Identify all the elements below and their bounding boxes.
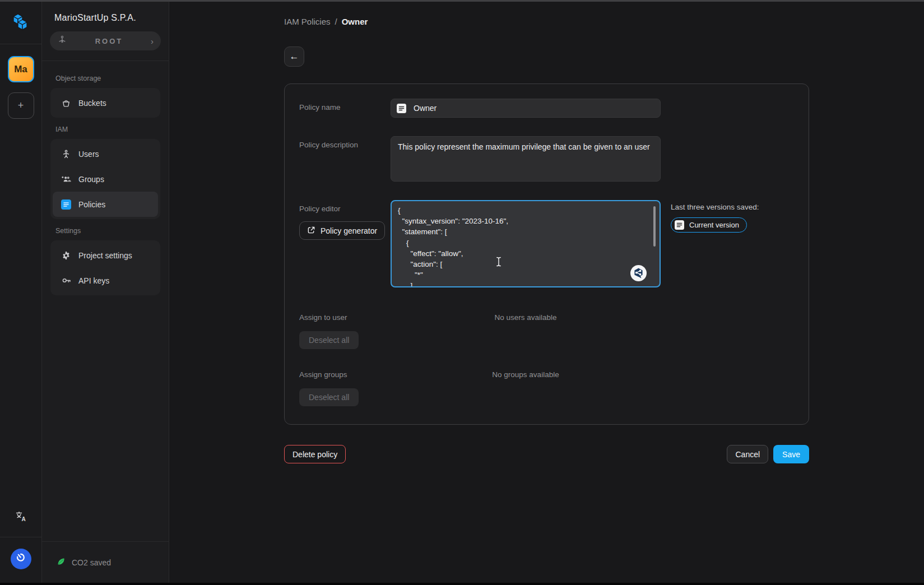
deselect-all-users-button[interactable]: Deselect all	[299, 331, 359, 349]
translate-icon: A	[15, 510, 27, 524]
sidebar-item-label: Policies	[78, 200, 105, 209]
editor-scrollbar[interactable]	[653, 206, 656, 247]
assign-groups-label: Assign groups	[299, 370, 391, 379]
policy-generator-label: Policy generator	[321, 226, 377, 235]
app-root: Ma + A	[0, 2, 924, 583]
policy-name-value: Owner	[414, 104, 437, 113]
versions-column: Last three versions saved: Current versi…	[661, 200, 794, 287]
sidebar-item-label: Project settings	[78, 251, 132, 260]
sidebar-item-label: Users	[78, 150, 99, 159]
policy-doc-icon	[61, 199, 71, 210]
sidebar-item-groups[interactable]: Groups	[53, 166, 158, 192]
root-selector-button[interactable]: ROOT ›	[50, 31, 161, 50]
label-column: Policy name	[299, 99, 391, 118]
nav-group-iam: Users Groups	[50, 139, 160, 219]
footer-actions: Delete policy Cancel Save	[284, 445, 809, 463]
logout-button[interactable]	[11, 549, 31, 569]
field-column: This policy represent the maximum privil…	[391, 136, 661, 182]
policy-editor-textarea[interactable]: { "syntax_version": "2023-10-16", "state…	[391, 200, 661, 287]
deselect-all-groups-button[interactable]: Deselect all	[299, 388, 359, 406]
nav-group-settings: Project settings API keys	[50, 240, 160, 295]
field-column: No groups available	[391, 366, 661, 379]
field-column: { "syntax_version": "2023-10-16", "state…	[391, 200, 661, 287]
user-icon	[61, 150, 71, 159]
assign-user-row: Assign to user No users available	[299, 309, 794, 322]
bucket-icon	[61, 99, 71, 108]
brand-logo[interactable]	[10, 12, 31, 34]
policy-editor-code: { "syntax_version": "2023-10-16", "state…	[398, 205, 653, 287]
policy-graph-button[interactable]	[630, 264, 647, 282]
language-button[interactable]: A	[15, 510, 27, 524]
sidebar-item-buckets[interactable]: Buckets	[53, 90, 158, 115]
root-label: ROOT	[67, 37, 151, 45]
assign-user-block: Assign to user No users available Desele…	[299, 309, 794, 349]
breadcrumb-parent[interactable]: IAM Policies	[284, 17, 331, 26]
sidebar-item-label: Groups	[78, 175, 104, 184]
policy-description-row: Policy description This policy represent…	[299, 136, 794, 182]
policy-description-textarea[interactable]: This policy represent the maximum privil…	[391, 136, 661, 182]
label-column: Assign to user	[299, 309, 391, 322]
back-arrow-icon: ←	[290, 51, 299, 62]
sidebar-item-api-keys[interactable]: API keys	[53, 268, 158, 293]
policy-editor-label: Policy editor	[299, 205, 391, 213]
gear-icon	[61, 251, 71, 260]
sidebar-item-policies[interactable]: Policies	[53, 192, 158, 217]
back-button[interactable]: ←	[284, 47, 304, 67]
open-in-new-icon	[307, 226, 315, 236]
key-icon	[61, 276, 71, 285]
plus-icon: +	[18, 100, 24, 112]
root-tree-icon	[57, 35, 67, 47]
sidebar-nav: Object storage Buckets IAM	[42, 61, 169, 541]
co2-saved-label: CO2 saved	[72, 558, 111, 567]
chevron-right-icon: ›	[151, 37, 154, 45]
section-label-settings: Settings	[55, 227, 155, 235]
cubes-logo-icon	[10, 11, 31, 35]
policy-form-card: Policy name Owner	[284, 83, 809, 425]
leaf-icon	[57, 557, 66, 568]
save-button[interactable]: Save	[773, 445, 809, 463]
policy-generator-button[interactable]: Policy generator	[299, 221, 385, 240]
groups-icon	[61, 175, 71, 184]
current-version-chip[interactable]: Current version	[671, 217, 747, 233]
document-icon	[397, 104, 406, 113]
cancel-button[interactable]: Cancel	[727, 445, 768, 463]
delete-policy-button[interactable]: Delete policy	[284, 445, 346, 463]
no-users-text: No users available	[391, 309, 661, 322]
label-column: Assign groups	[299, 366, 391, 379]
company-name: MarioStartUp S.P.A.	[50, 13, 161, 23]
field-column: No users available	[391, 309, 661, 322]
co2-saved-row[interactable]: CO2 saved	[42, 541, 169, 583]
assign-user-label: Assign to user	[299, 313, 391, 322]
project-avatar[interactable]: Ma	[8, 56, 34, 82]
content-column: IAM Policies / Owner ← Policy name	[284, 17, 809, 463]
sidebar-item-label: API keys	[78, 276, 109, 285]
current-version-label: Current version	[689, 221, 739, 229]
rail-divider	[0, 44, 41, 44]
sidebar-header: MarioStartUp S.P.A. ROOT ›	[42, 2, 169, 61]
icon-rail: Ma + A	[0, 2, 42, 583]
breadcrumb-current: Owner	[342, 17, 368, 26]
versions-heading: Last three versions saved:	[671, 203, 794, 211]
section-label-iam: IAM	[55, 126, 155, 133]
sidebar-item-users[interactable]: Users	[53, 141, 158, 166]
document-icon	[675, 220, 684, 230]
rail-divider	[0, 537, 41, 537]
power-icon	[15, 552, 27, 566]
breadcrumb-separator: /	[335, 17, 337, 26]
sidebar-item-label: Buckets	[78, 99, 106, 108]
avatar-initials: Ma	[14, 64, 27, 75]
sidebar: MarioStartUp S.P.A. ROOT › Obj	[42, 2, 169, 583]
policy-editor-row: Policy editor Policy generator	[299, 200, 794, 287]
policy-name-row: Policy name Owner	[299, 99, 794, 118]
label-column: Policy description	[299, 136, 391, 182]
section-label-object-storage: Object storage	[55, 75, 155, 82]
field-column: Owner	[391, 99, 661, 118]
policy-name-label: Policy name	[299, 103, 391, 112]
assign-groups-row: Assign groups No groups available	[299, 366, 794, 379]
add-project-button[interactable]: +	[8, 92, 34, 119]
policy-description-label: Policy description	[299, 141, 391, 149]
assign-groups-block: Assign groups No groups available Desele…	[299, 366, 794, 406]
sidebar-item-project-settings[interactable]: Project settings	[53, 243, 158, 268]
policy-name-input[interactable]: Owner	[391, 99, 661, 118]
breadcrumb: IAM Policies / Owner	[284, 17, 809, 26]
